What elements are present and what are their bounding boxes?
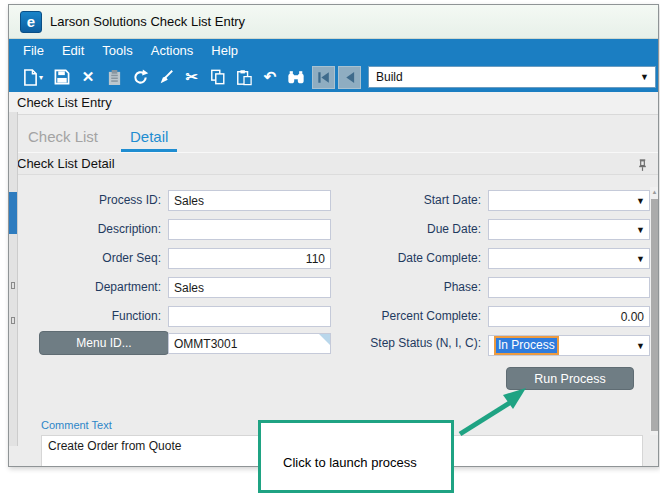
vertical-scrollbar[interactable]: ▲ xyxy=(650,187,658,435)
order-seq-label: Order Seq: xyxy=(16,248,161,269)
window-title: Larson Solutions Check List Entry xyxy=(50,14,245,29)
dropdown-arrow-icon[interactable]: ▼ xyxy=(636,196,645,206)
collapsed-tree-panel-strip[interactable] xyxy=(9,112,18,446)
dropdown-arrow-icon[interactable]: ▼ xyxy=(636,225,645,235)
new-dropdown-caret-icon[interactable]: ▾ xyxy=(39,73,43,82)
percent-complete-field[interactable]: 0.00 xyxy=(488,306,650,327)
comment-text-label: Comment Text xyxy=(41,419,112,431)
refresh-icon[interactable] xyxy=(127,64,153,90)
title-bar: e Larson Solutions Check List Entry xyxy=(9,5,658,39)
cut-icon[interactable]: ✂ xyxy=(179,64,205,90)
department-field[interactable]: Sales xyxy=(168,277,331,298)
menu-id-button[interactable]: Menu ID... xyxy=(39,331,169,355)
previous-record-button[interactable] xyxy=(338,66,361,89)
tab-check-list[interactable]: Check List xyxy=(19,128,107,152)
tab-strip: Check List Detail xyxy=(9,115,658,152)
step-status-label: Step Status (N, I, C): xyxy=(331,333,481,354)
process-id-field[interactable]: Sales xyxy=(168,190,331,211)
menu-tools[interactable]: Tools xyxy=(93,39,141,62)
process-id-value: Sales xyxy=(174,194,204,208)
run-process-button-label: Run Process xyxy=(534,372,606,386)
start-date-field[interactable]: ▼ xyxy=(488,190,650,211)
dropdown-arrow-icon[interactable]: ▼ xyxy=(636,341,645,351)
percent-complete-value: 0.00 xyxy=(621,310,644,324)
menu-help[interactable]: Help xyxy=(202,39,247,62)
first-record-button[interactable] xyxy=(312,66,335,89)
detail-group-title: Check List Detail xyxy=(17,156,115,171)
order-seq-field[interactable]: 110 xyxy=(168,248,331,269)
process-id-label: Process ID: xyxy=(16,190,161,211)
phase-field[interactable] xyxy=(488,277,650,298)
collapsed-panel-grip[interactable] xyxy=(9,192,17,234)
toolbar: ▾ ✕ ✂ ↶ xyxy=(9,62,658,92)
menu-edit[interactable]: Edit xyxy=(53,39,93,62)
annotation-callout: Click to launch process xyxy=(258,420,454,493)
search-icon[interactable] xyxy=(283,64,309,90)
strip-mark xyxy=(11,317,15,324)
menu-id-value: OMMT3001 xyxy=(174,337,237,351)
department-value: Sales xyxy=(174,281,204,295)
dropdown-arrow-icon[interactable]: ▼ xyxy=(636,254,645,264)
percent-complete-label: Percent Complete: xyxy=(331,306,481,327)
clear-icon[interactable] xyxy=(153,64,179,90)
panel-title: Check List Entry xyxy=(17,95,112,110)
view-mode-value: Build xyxy=(376,70,403,84)
step-status-selected-text: In Process xyxy=(494,336,559,355)
attachments-icon[interactable] xyxy=(101,64,127,90)
app-window: e Larson Solutions Check List Entry File… xyxy=(8,4,659,467)
field-corner-flag-icon xyxy=(319,334,330,345)
date-complete-label: Date Complete: xyxy=(331,248,481,269)
paste-icon[interactable] xyxy=(231,64,257,90)
department-label: Department: xyxy=(16,277,161,298)
copy-icon[interactable] xyxy=(205,64,231,90)
order-seq-value: 110 xyxy=(306,252,325,266)
date-complete-field[interactable]: ▼ xyxy=(488,248,650,269)
description-label: Description: xyxy=(16,219,161,240)
due-date-label: Due Date: xyxy=(331,219,481,240)
description-field[interactable] xyxy=(168,219,331,240)
menu-file[interactable]: File xyxy=(14,39,53,62)
phase-label: Phase: xyxy=(331,277,481,298)
scrollbar-thumb[interactable] xyxy=(651,199,658,431)
menu-actions[interactable]: Actions xyxy=(142,39,203,62)
view-mode-dropdown[interactable]: Build ▼ xyxy=(368,66,656,88)
due-date-field[interactable]: ▼ xyxy=(488,219,650,240)
save-icon[interactable] xyxy=(49,64,75,90)
delete-icon[interactable]: ✕ xyxy=(75,64,101,90)
panel-header: Check List Entry xyxy=(9,92,658,115)
annotation-arrow-icon xyxy=(450,378,540,442)
menu-id-button-label: Menu ID... xyxy=(76,336,131,350)
new-icon[interactable]: ▾ xyxy=(17,64,49,90)
scroll-up-icon[interactable]: ▲ xyxy=(650,187,658,197)
menu-bar: File Edit Tools Actions Help xyxy=(9,39,658,62)
function-field[interactable] xyxy=(168,306,331,327)
step-status-dropdown[interactable]: In Process ▼ xyxy=(488,335,650,356)
annotation-text: Click to launch process xyxy=(283,455,417,470)
comment-text-value: Create Order from Quote xyxy=(48,439,181,453)
strip-mark xyxy=(11,282,15,289)
screenshot-page: e Larson Solutions Check List Entry File… xyxy=(0,0,660,500)
detail-group-header: Check List Detail xyxy=(9,152,658,175)
dropdown-arrow-icon[interactable]: ▼ xyxy=(640,72,649,82)
undo-icon[interactable]: ↶ xyxy=(257,64,283,90)
menu-id-field[interactable]: OMMT3001 xyxy=(168,333,331,354)
start-date-label: Start Date: xyxy=(331,190,481,211)
app-logo-icon: e xyxy=(20,11,42,33)
function-label: Function: xyxy=(16,306,161,327)
tab-detail[interactable]: Detail xyxy=(121,128,177,152)
